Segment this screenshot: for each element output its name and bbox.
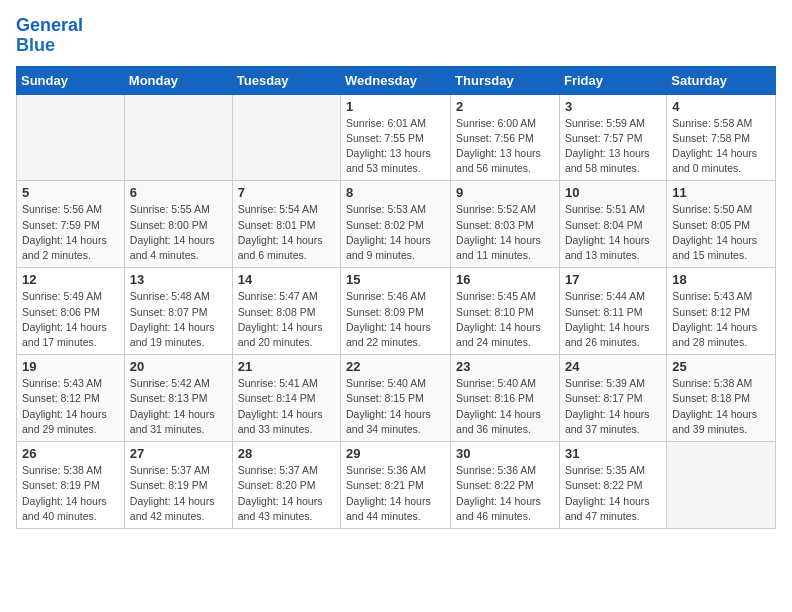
day-info: Sunrise: 5:48 AM Sunset: 8:07 PM Dayligh…: [130, 289, 227, 350]
day-cell: 23Sunrise: 5:40 AM Sunset: 8:16 PM Dayli…: [451, 355, 560, 442]
day-info: Sunrise: 5:40 AM Sunset: 8:16 PM Dayligh…: [456, 376, 554, 437]
day-cell: 10Sunrise: 5:51 AM Sunset: 8:04 PM Dayli…: [559, 181, 666, 268]
day-cell: [232, 94, 340, 181]
day-cell: 21Sunrise: 5:41 AM Sunset: 8:14 PM Dayli…: [232, 355, 340, 442]
day-info: Sunrise: 5:37 AM Sunset: 8:20 PM Dayligh…: [238, 463, 335, 524]
day-number: 15: [346, 272, 445, 287]
day-number: 7: [238, 185, 335, 200]
day-info: Sunrise: 5:51 AM Sunset: 8:04 PM Dayligh…: [565, 202, 661, 263]
day-cell: 26Sunrise: 5:38 AM Sunset: 8:19 PM Dayli…: [17, 442, 125, 529]
day-cell: 31Sunrise: 5:35 AM Sunset: 8:22 PM Dayli…: [559, 442, 666, 529]
day-info: Sunrise: 5:36 AM Sunset: 8:22 PM Dayligh…: [456, 463, 554, 524]
day-cell: 22Sunrise: 5:40 AM Sunset: 8:15 PM Dayli…: [341, 355, 451, 442]
header-row: SundayMondayTuesdayWednesdayThursdayFrid…: [17, 66, 776, 94]
day-info: Sunrise: 5:38 AM Sunset: 8:19 PM Dayligh…: [22, 463, 119, 524]
day-cell: 27Sunrise: 5:37 AM Sunset: 8:19 PM Dayli…: [124, 442, 232, 529]
header-cell-saturday: Saturday: [667, 66, 776, 94]
day-number: 16: [456, 272, 554, 287]
header-cell-thursday: Thursday: [451, 66, 560, 94]
day-cell: 5Sunrise: 5:56 AM Sunset: 7:59 PM Daylig…: [17, 181, 125, 268]
day-info: Sunrise: 5:45 AM Sunset: 8:10 PM Dayligh…: [456, 289, 554, 350]
day-number: 13: [130, 272, 227, 287]
day-number: 31: [565, 446, 661, 461]
day-number: 1: [346, 99, 445, 114]
day-cell: 18Sunrise: 5:43 AM Sunset: 8:12 PM Dayli…: [667, 268, 776, 355]
header-cell-friday: Friday: [559, 66, 666, 94]
week-row-5: 26Sunrise: 5:38 AM Sunset: 8:19 PM Dayli…: [17, 442, 776, 529]
day-info: Sunrise: 5:53 AM Sunset: 8:02 PM Dayligh…: [346, 202, 445, 263]
day-info: Sunrise: 5:56 AM Sunset: 7:59 PM Dayligh…: [22, 202, 119, 263]
day-number: 23: [456, 359, 554, 374]
day-cell: 17Sunrise: 5:44 AM Sunset: 8:11 PM Dayli…: [559, 268, 666, 355]
day-number: 8: [346, 185, 445, 200]
day-number: 19: [22, 359, 119, 374]
day-info: Sunrise: 6:00 AM Sunset: 7:56 PM Dayligh…: [456, 116, 554, 177]
day-info: Sunrise: 5:43 AM Sunset: 8:12 PM Dayligh…: [672, 289, 770, 350]
day-cell: 7Sunrise: 5:54 AM Sunset: 8:01 PM Daylig…: [232, 181, 340, 268]
day-number: 24: [565, 359, 661, 374]
logo-text: GeneralBlue: [16, 16, 83, 56]
week-row-4: 19Sunrise: 5:43 AM Sunset: 8:12 PM Dayli…: [17, 355, 776, 442]
day-number: 9: [456, 185, 554, 200]
day-info: Sunrise: 5:49 AM Sunset: 8:06 PM Dayligh…: [22, 289, 119, 350]
day-cell: 9Sunrise: 5:52 AM Sunset: 8:03 PM Daylig…: [451, 181, 560, 268]
day-info: Sunrise: 5:43 AM Sunset: 8:12 PM Dayligh…: [22, 376, 119, 437]
day-cell: 25Sunrise: 5:38 AM Sunset: 8:18 PM Dayli…: [667, 355, 776, 442]
day-cell: 15Sunrise: 5:46 AM Sunset: 8:09 PM Dayli…: [341, 268, 451, 355]
day-number: 22: [346, 359, 445, 374]
day-number: 25: [672, 359, 770, 374]
day-number: 30: [456, 446, 554, 461]
day-info: Sunrise: 6:01 AM Sunset: 7:55 PM Dayligh…: [346, 116, 445, 177]
day-info: Sunrise: 5:35 AM Sunset: 8:22 PM Dayligh…: [565, 463, 661, 524]
day-number: 10: [565, 185, 661, 200]
logo: General Blue GeneralBlue: [16, 16, 83, 56]
day-cell: 14Sunrise: 5:47 AM Sunset: 8:08 PM Dayli…: [232, 268, 340, 355]
day-info: Sunrise: 5:54 AM Sunset: 8:01 PM Dayligh…: [238, 202, 335, 263]
day-info: Sunrise: 5:38 AM Sunset: 8:18 PM Dayligh…: [672, 376, 770, 437]
header-cell-sunday: Sunday: [17, 66, 125, 94]
day-number: 21: [238, 359, 335, 374]
page-header: General Blue GeneralBlue: [16, 16, 776, 56]
day-cell: 3Sunrise: 5:59 AM Sunset: 7:57 PM Daylig…: [559, 94, 666, 181]
header-cell-monday: Monday: [124, 66, 232, 94]
day-cell: 24Sunrise: 5:39 AM Sunset: 8:17 PM Dayli…: [559, 355, 666, 442]
week-row-2: 5Sunrise: 5:56 AM Sunset: 7:59 PM Daylig…: [17, 181, 776, 268]
day-cell: 30Sunrise: 5:36 AM Sunset: 8:22 PM Dayli…: [451, 442, 560, 529]
day-info: Sunrise: 5:41 AM Sunset: 8:14 PM Dayligh…: [238, 376, 335, 437]
day-cell: 2Sunrise: 6:00 AM Sunset: 7:56 PM Daylig…: [451, 94, 560, 181]
day-number: 5: [22, 185, 119, 200]
day-info: Sunrise: 5:40 AM Sunset: 8:15 PM Dayligh…: [346, 376, 445, 437]
day-cell: [124, 94, 232, 181]
day-number: 29: [346, 446, 445, 461]
day-cell: 19Sunrise: 5:43 AM Sunset: 8:12 PM Dayli…: [17, 355, 125, 442]
day-cell: 20Sunrise: 5:42 AM Sunset: 8:13 PM Dayli…: [124, 355, 232, 442]
day-cell: [17, 94, 125, 181]
day-number: 3: [565, 99, 661, 114]
day-info: Sunrise: 5:39 AM Sunset: 8:17 PM Dayligh…: [565, 376, 661, 437]
day-number: 27: [130, 446, 227, 461]
day-number: 26: [22, 446, 119, 461]
day-number: 12: [22, 272, 119, 287]
day-number: 6: [130, 185, 227, 200]
day-info: Sunrise: 5:52 AM Sunset: 8:03 PM Dayligh…: [456, 202, 554, 263]
day-info: Sunrise: 5:55 AM Sunset: 8:00 PM Dayligh…: [130, 202, 227, 263]
day-info: Sunrise: 5:44 AM Sunset: 8:11 PM Dayligh…: [565, 289, 661, 350]
day-cell: 16Sunrise: 5:45 AM Sunset: 8:10 PM Dayli…: [451, 268, 560, 355]
day-cell: 12Sunrise: 5:49 AM Sunset: 8:06 PM Dayli…: [17, 268, 125, 355]
day-info: Sunrise: 5:36 AM Sunset: 8:21 PM Dayligh…: [346, 463, 445, 524]
day-info: Sunrise: 5:42 AM Sunset: 8:13 PM Dayligh…: [130, 376, 227, 437]
day-cell: 1Sunrise: 6:01 AM Sunset: 7:55 PM Daylig…: [341, 94, 451, 181]
week-row-3: 12Sunrise: 5:49 AM Sunset: 8:06 PM Dayli…: [17, 268, 776, 355]
day-number: 20: [130, 359, 227, 374]
calendar-table: SundayMondayTuesdayWednesdayThursdayFrid…: [16, 66, 776, 529]
day-number: 18: [672, 272, 770, 287]
header-cell-tuesday: Tuesday: [232, 66, 340, 94]
day-number: 2: [456, 99, 554, 114]
day-info: Sunrise: 5:59 AM Sunset: 7:57 PM Dayligh…: [565, 116, 661, 177]
day-number: 28: [238, 446, 335, 461]
day-cell: 29Sunrise: 5:36 AM Sunset: 8:21 PM Dayli…: [341, 442, 451, 529]
day-info: Sunrise: 5:50 AM Sunset: 8:05 PM Dayligh…: [672, 202, 770, 263]
day-info: Sunrise: 5:46 AM Sunset: 8:09 PM Dayligh…: [346, 289, 445, 350]
day-number: 14: [238, 272, 335, 287]
day-info: Sunrise: 5:58 AM Sunset: 7:58 PM Dayligh…: [672, 116, 770, 177]
